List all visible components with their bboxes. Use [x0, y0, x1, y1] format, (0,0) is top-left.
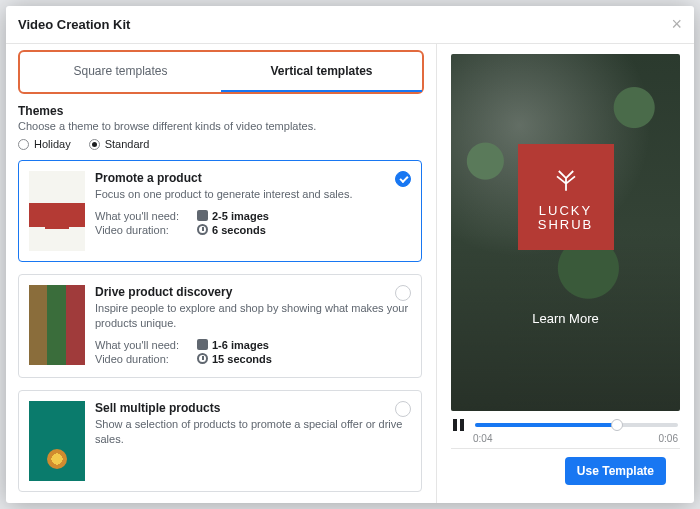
preview-brand-logo: LUCKY SHRUB: [518, 144, 614, 250]
tab-vertical-templates[interactable]: Vertical templates: [221, 52, 422, 92]
brand-line-1: LUCKY: [538, 204, 594, 218]
preview-panel: LUCKY SHRUB Learn More 0:04 0:06 Use Tem…: [436, 44, 694, 503]
clock-icon: [197, 224, 208, 235]
video-preview[interactable]: LUCKY SHRUB Learn More: [451, 54, 680, 411]
template-thumbnail: [29, 171, 85, 251]
progress-fill: [475, 423, 617, 427]
select-indicator: [395, 285, 411, 301]
brand-line-2: SHRUB: [538, 218, 594, 232]
template-card-list[interactable]: Promote a product Focus on one product t…: [18, 160, 424, 503]
tab-square-templates[interactable]: Square templates: [20, 52, 221, 92]
preview-footer: Use Template: [451, 448, 680, 493]
close-icon[interactable]: ×: [671, 14, 682, 35]
left-panel: Square templates Vertical templates Them…: [6, 44, 436, 503]
video-scrubber[interactable]: [475, 423, 678, 427]
radio-icon: [18, 139, 29, 150]
brand-text: LUCKY SHRUB: [538, 204, 594, 233]
need-value: 2-5 images: [212, 210, 269, 222]
duration-value: 15 seconds: [212, 353, 272, 365]
modal-title: Video Creation Kit: [18, 17, 130, 32]
template-tabs: Square templates Vertical templates: [20, 52, 422, 92]
template-description: Focus on one product to generate interes…: [95, 187, 411, 202]
current-time: 0:04: [473, 433, 492, 444]
template-card-promote[interactable]: Promote a product Focus on one product t…: [18, 160, 422, 262]
images-icon: [197, 210, 208, 221]
themes-description: Choose a theme to browse different kinds…: [18, 120, 424, 132]
plant-icon: [548, 162, 584, 198]
need-label: What you'll need:: [95, 210, 191, 222]
template-duration-row: Video duration: 6 seconds: [95, 224, 411, 236]
need-value: 1-6 images: [212, 339, 269, 351]
theme-radio-label: Holiday: [34, 138, 71, 150]
duration-value: 6 seconds: [212, 224, 266, 236]
theme-radio-label: Standard: [105, 138, 150, 150]
scrubber-knob[interactable]: [611, 419, 623, 431]
video-creation-kit-modal: Video Creation Kit × Square templates Ve…: [6, 6, 694, 503]
total-time: 0:06: [659, 433, 678, 444]
radio-icon: [89, 139, 100, 150]
template-thumbnail: [29, 401, 85, 481]
selected-check-icon: [395, 171, 411, 187]
template-card-body: Sell multiple products Show a selection …: [95, 401, 411, 481]
modal-body: Square templates Vertical templates Them…: [6, 44, 694, 503]
preview-cta: Learn More: [451, 311, 680, 326]
images-icon: [197, 339, 208, 350]
theme-radio-group: Holiday Standard: [18, 138, 424, 150]
video-player-controls: [451, 411, 680, 433]
template-description: Show a selection of products to promote …: [95, 417, 411, 447]
template-card-discovery[interactable]: Drive product discovery Inspire people t…: [18, 274, 422, 378]
theme-radio-holiday[interactable]: Holiday: [18, 138, 71, 150]
template-description: Inspire people to explore and shop by sh…: [95, 301, 411, 331]
use-template-button[interactable]: Use Template: [565, 457, 666, 485]
template-thumbnail: [29, 285, 85, 365]
video-time-display: 0:04 0:06: [451, 433, 680, 448]
template-title: Promote a product: [95, 171, 411, 185]
duration-label: Video duration:: [95, 353, 191, 365]
duration-label: Video duration:: [95, 224, 191, 236]
template-title: Drive product discovery: [95, 285, 411, 299]
tabs-highlight: Square templates Vertical templates: [18, 50, 424, 94]
need-label: What you'll need:: [95, 339, 191, 351]
template-card-body: Drive product discovery Inspire people t…: [95, 285, 411, 367]
template-need-row: What you'll need: 1-6 images: [95, 339, 411, 351]
pause-button[interactable]: [453, 419, 467, 431]
template-need-row: What you'll need: 2-5 images: [95, 210, 411, 222]
template-title: Sell multiple products: [95, 401, 411, 415]
template-card-sell[interactable]: Sell multiple products Show a selection …: [18, 390, 422, 492]
template-card-body: Promote a product Focus on one product t…: [95, 171, 411, 251]
clock-icon: [197, 353, 208, 364]
themes-heading: Themes: [18, 104, 424, 118]
template-duration-row: Video duration: 15 seconds: [95, 353, 411, 365]
modal-header: Video Creation Kit ×: [6, 6, 694, 44]
theme-radio-standard[interactable]: Standard: [89, 138, 150, 150]
select-indicator: [395, 401, 411, 417]
